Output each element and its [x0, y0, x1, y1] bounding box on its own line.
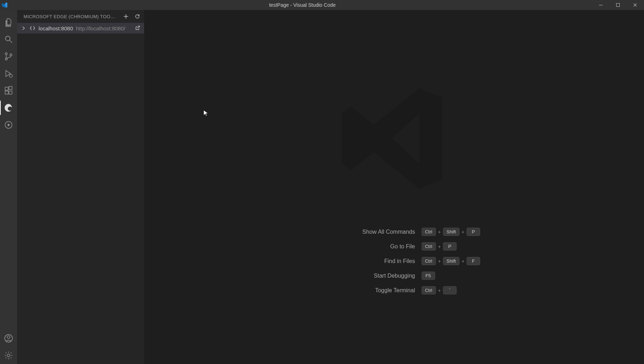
maximize-icon	[616, 3, 620, 7]
mouse-cursor	[203, 110, 208, 116]
close-icon	[633, 3, 637, 7]
window-title: testPage - Visual Studio Code	[12, 2, 593, 8]
search-icon	[4, 35, 13, 44]
cursor-icon	[203, 110, 208, 116]
gear-icon	[4, 351, 13, 360]
svg-rect-7	[5, 87, 8, 90]
run-debug-icon	[4, 69, 13, 78]
activity-search[interactable]	[0, 31, 17, 48]
vscode-logo-icon	[1, 2, 8, 8]
key-plus: +	[438, 258, 441, 264]
brackets-icon	[30, 25, 35, 31]
svg-point-5	[10, 54, 12, 56]
kbd: P	[443, 242, 457, 251]
new-target-button[interactable]	[122, 12, 130, 20]
svg-point-2	[5, 36, 10, 41]
svg-rect-8	[5, 91, 8, 94]
svg-rect-0	[599, 5, 603, 5]
side-panel: MICROSOFT EDGE (CHROMIUM) TOO… localhost…	[17, 10, 144, 364]
files-icon	[4, 17, 13, 27]
svg-point-14	[7, 354, 10, 357]
side-panel-header: MICROSOFT EDGE (CHROMIUM) TOO…	[17, 10, 144, 23]
play-circle-icon	[4, 120, 13, 130]
side-panel-title: MICROSOFT EDGE (CHROMIUM) TOO…	[24, 14, 122, 19]
tip-row: Show All CommandsCtrl+Shift+P	[308, 228, 480, 236]
watermark	[337, 81, 451, 197]
side-panel-actions	[122, 12, 141, 20]
title-bar: testPage - Visual Studio Code	[0, 0, 644, 10]
refresh-icon	[135, 14, 140, 19]
tip-keys: Ctrl+Shift+F	[421, 257, 480, 265]
activity-live-server[interactable]	[0, 116, 17, 133]
kbd: `	[443, 286, 457, 294]
activity-accounts[interactable]	[0, 330, 17, 347]
open-external-icon	[135, 25, 140, 31]
activity-run-debug[interactable]	[0, 65, 17, 82]
debug-target-row[interactable]: localhost:8080 http://localhost:8080/	[17, 23, 144, 34]
extensions-icon	[4, 86, 13, 95]
svg-point-3	[5, 53, 7, 55]
tip-keys: Ctrl+Shift+P	[421, 228, 480, 236]
tip-row: Find in FilesCtrl+Shift+F	[308, 257, 480, 265]
refresh-button[interactable]	[133, 12, 141, 20]
kbd: Ctrl	[421, 257, 436, 265]
tip-row: Start DebuggingF5	[308, 272, 480, 280]
svg-rect-10	[9, 86, 12, 90]
chevron[interactable]	[21, 26, 26, 31]
edge-icon	[4, 103, 13, 112]
target-url: http://localhost:8080/	[76, 25, 125, 31]
activity-edge-tools[interactable]	[0, 99, 17, 116]
editor-area: Show All CommandsCtrl+Shift+PGo to FileC…	[144, 10, 644, 364]
target-name: localhost:8080	[39, 25, 73, 31]
activity-source-control[interactable]	[0, 48, 17, 65]
svg-rect-1	[617, 4, 620, 7]
tip-keys: F5	[421, 272, 471, 280]
tip-label: Go to File	[308, 243, 415, 250]
tip-label: Show All Commands	[308, 229, 415, 235]
tip-keys: Ctrl+`	[421, 286, 471, 294]
tip-label: Start Debugging	[308, 273, 415, 279]
account-icon	[4, 334, 13, 343]
activity-extensions[interactable]	[0, 82, 17, 99]
activity-explorer[interactable]	[0, 14, 17, 31]
target-kind-icon	[29, 25, 36, 31]
tip-keys: Ctrl+P	[421, 242, 471, 251]
activity-settings[interactable]	[0, 347, 17, 364]
window-controls	[593, 0, 644, 10]
minimize-button[interactable]	[593, 0, 609, 10]
key-plus: +	[462, 258, 465, 264]
key-plus: +	[438, 288, 441, 293]
tip-row: Toggle TerminalCtrl+`	[308, 286, 480, 294]
kbd: F5	[421, 272, 435, 280]
kbd: Shift	[443, 257, 460, 265]
vscode-watermark-icon	[337, 81, 451, 196]
kbd: Ctrl	[421, 228, 436, 236]
kbd: F	[467, 257, 480, 265]
minimize-icon	[599, 3, 603, 7]
tip-label: Find in Files	[308, 258, 415, 264]
kbd: Shift	[443, 228, 460, 236]
branch-icon	[4, 52, 13, 61]
svg-rect-9	[9, 91, 12, 94]
svg-point-13	[7, 336, 10, 339]
activity-bar	[0, 10, 17, 364]
svg-point-6	[9, 74, 12, 77]
chevron-right-icon	[21, 26, 26, 31]
kbd: Ctrl	[421, 286, 436, 294]
app-logo	[0, 2, 12, 8]
open-target-button[interactable]	[133, 25, 141, 31]
tip-row: Go to FileCtrl+P	[308, 242, 480, 251]
key-plus: +	[462, 229, 465, 235]
kbd: P	[467, 228, 480, 236]
plus-icon	[123, 14, 129, 19]
maximize-button[interactable]	[610, 0, 626, 10]
tip-label: Toggle Terminal	[308, 287, 415, 294]
kbd: Ctrl	[421, 242, 436, 251]
key-plus: +	[438, 244, 441, 249]
key-plus: +	[438, 229, 441, 235]
close-button[interactable]	[627, 0, 643, 10]
welcome-tips: Show All CommandsCtrl+Shift+PGo to FileC…	[308, 228, 480, 294]
